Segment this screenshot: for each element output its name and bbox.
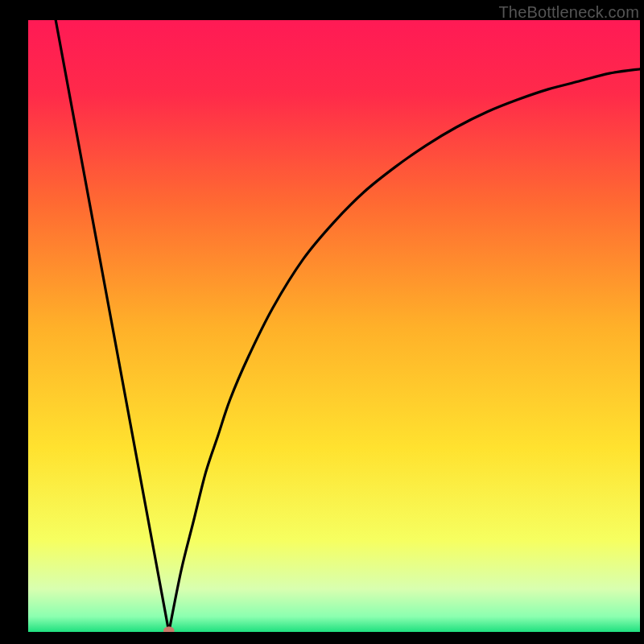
bottleneck-curve-chart [28,20,640,632]
watermark-label: TheBottleneck.com [498,3,639,22]
gradient-background [28,20,640,632]
chart-frame: TheBottleneck.com [0,0,644,644]
plot-area [28,20,640,632]
